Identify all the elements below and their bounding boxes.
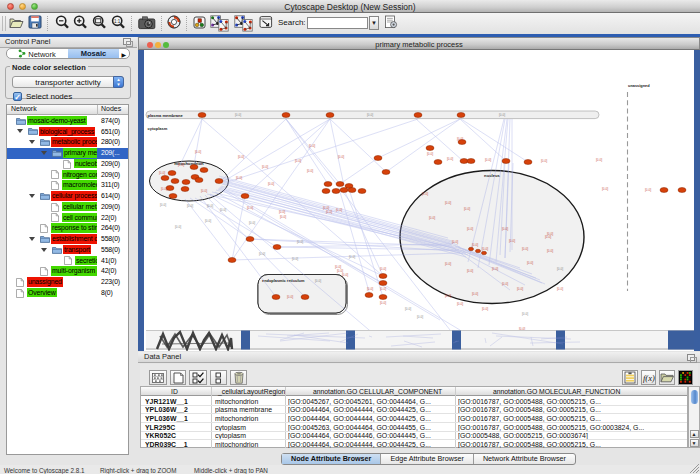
svg-text:[0-0]: [0-0] [159, 171, 165, 175]
svg-text:nucleus: nucleus [484, 173, 500, 178]
svg-text:[0-0]: [0-0] [422, 192, 428, 196]
svg-text:[0-0]: [0-0] [596, 158, 602, 162]
svg-text:[0-0]: [0-0] [502, 282, 508, 286]
svg-text:[0-0]: [0-0] [417, 315, 423, 319]
svg-text:[0-0]: [0-0] [545, 235, 551, 239]
svg-text:[0-0]: [0-0] [541, 159, 547, 163]
svg-text:[0-0]: [0-0] [259, 252, 265, 256]
svg-text:[0-0]: [0-0] [307, 169, 313, 173]
svg-text:[0-0]: [0-0] [201, 189, 207, 193]
svg-text:[0-0]: [0-0] [522, 247, 528, 251]
svg-text:[0-0]: [0-0] [547, 249, 553, 253]
svg-text:[0-0]: [0-0] [326, 210, 332, 214]
svg-text:f(x): f(x) [643, 373, 655, 383]
svg-text:[0-0]: [0-0] [482, 247, 488, 251]
svg-text:[0-0]: [0-0] [445, 294, 451, 298]
svg-text:[0-0]: [0-0] [335, 265, 341, 269]
svg-text:[0-0]: [0-0] [380, 267, 386, 271]
svg-text:[0-0]: [0-0] [557, 287, 563, 291]
svg-text:[0-0]: [0-0] [268, 182, 274, 186]
svg-text:[0-0]: [0-0] [175, 225, 181, 229]
svg-text:[0-0]: [0-0] [467, 227, 473, 231]
svg-text:[0-0]: [0-0] [472, 292, 478, 296]
svg-text:[0-0]: [0-0] [517, 287, 523, 291]
svg-text:1:1: 1:1 [114, 19, 121, 24]
svg-text:[0-0]: [0-0] [295, 159, 301, 163]
svg-text:unassigned: unassigned [628, 83, 650, 88]
svg-text:[0-0]: [0-0] [207, 204, 213, 208]
svg-text:[0-0]: [0-0] [429, 216, 435, 220]
svg-text:[0-0]: [0-0] [292, 257, 298, 261]
svg-text:[0-0]: [0-0] [482, 307, 488, 311]
svg-text:[0-0]: [0-0] [499, 113, 505, 117]
svg-text:[0-0]: [0-0] [205, 219, 211, 223]
svg-text:[0-0]: [0-0] [557, 267, 563, 271]
svg-text:[0-0]: [0-0] [472, 243, 478, 247]
svg-text:[0-0]: [0-0] [467, 269, 473, 273]
svg-text:[0-0]: [0-0] [502, 227, 508, 231]
svg-text:[0-0]: [0-0] [349, 255, 355, 259]
svg-text:[0-0]: [0-0] [457, 137, 463, 141]
svg-text:[0-0]: [0-0] [262, 165, 268, 169]
svg-text:[0-0]: [0-0] [527, 261, 533, 265]
svg-text:[0-0]: [0-0] [160, 203, 166, 207]
svg-text:[0-0]: [0-0] [338, 155, 344, 159]
svg-text:[0-0]: [0-0] [280, 215, 286, 219]
svg-text:[0-0]: [0-0] [405, 307, 411, 311]
svg-text:[0-0]: [0-0] [236, 176, 242, 180]
svg-text:[0-0]: [0-0] [161, 187, 167, 191]
svg-text:cytoplasm: cytoplasm [148, 126, 168, 131]
svg-text:[0-0]: [0-0] [380, 301, 386, 305]
svg-text:[0-0]: [0-0] [602, 187, 608, 191]
svg-text:[0-0]: [0-0] [187, 204, 193, 208]
svg-text:endoplasmic reticulum: endoplasmic reticulum [262, 278, 305, 283]
svg-text:[0-0]: [0-0] [380, 287, 386, 291]
svg-text:[0-0]: [0-0] [315, 279, 321, 283]
svg-text:[0-0]: [0-0] [447, 157, 453, 161]
svg-text:[0-0]: [0-0] [220, 208, 226, 212]
svg-text:[0-0]: [0-0] [522, 312, 528, 316]
svg-text:[0-0]: [0-0] [235, 113, 241, 117]
svg-text:[0-0]: [0-0] [464, 207, 470, 211]
svg-text:[0-0]: [0-0] [509, 239, 515, 243]
svg-text:[0-0]: [0-0] [445, 201, 451, 205]
svg-text:[0-0]: [0-0] [427, 152, 433, 156]
svg-text:[0-0]: [0-0] [336, 208, 342, 212]
svg-text:[0-0]: [0-0] [452, 240, 458, 244]
svg-text:plasma membrane: plasma membrane [148, 113, 184, 118]
svg-text:[0-0]: [0-0] [457, 302, 463, 306]
svg-text:[0-0]: [0-0] [492, 267, 498, 271]
svg-text:[0-0]: [0-0] [367, 287, 373, 291]
svg-text:[0-0]: [0-0] [485, 158, 491, 162]
svg-text:[0-0]: [0-0] [279, 210, 285, 214]
svg-text:[0-0]: [0-0] [247, 206, 253, 210]
svg-text:[0-0]: [0-0] [309, 144, 315, 148]
svg-text:[0-0]: [0-0] [249, 221, 255, 225]
svg-text:[0-0]: [0-0] [195, 150, 201, 154]
svg-text:[0-0]: [0-0] [287, 295, 293, 299]
svg-text:[0-0]: [0-0] [342, 273, 348, 277]
svg-text:[0-0]: [0-0] [445, 262, 451, 266]
svg-text:[0-0]: [0-0] [645, 188, 651, 192]
svg-text:[0-0]: [0-0] [297, 240, 303, 244]
svg-text:[0-0]: [0-0] [238, 155, 244, 159]
svg-text:[0-0]: [0-0] [367, 113, 373, 117]
svg-text:[0-0]: [0-0] [178, 163, 184, 167]
